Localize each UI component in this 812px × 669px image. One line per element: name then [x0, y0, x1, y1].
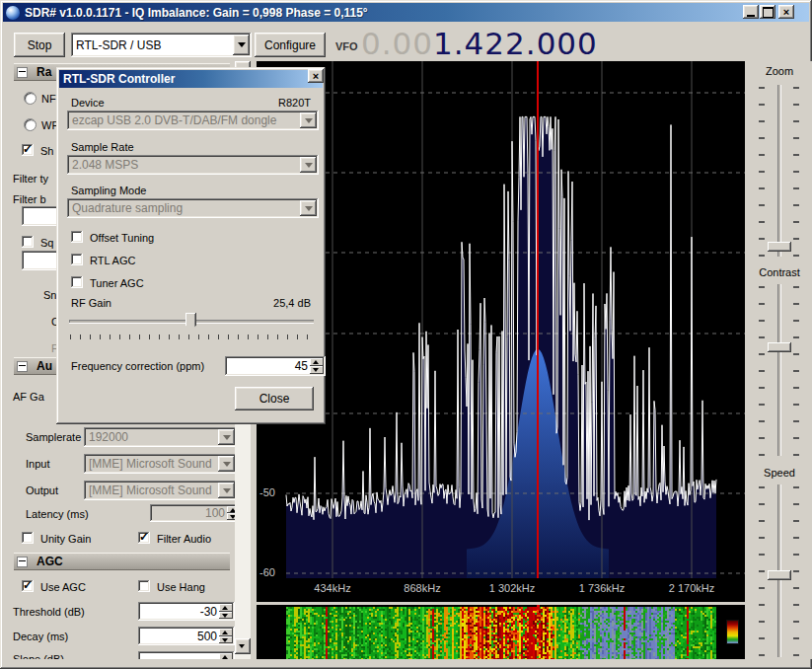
use-agc-label: Use AGC	[40, 581, 86, 593]
output-label: Output	[26, 484, 58, 496]
collapse-icon[interactable]	[17, 557, 28, 567]
threshold-stepper[interactable]: -30	[138, 602, 235, 621]
source-dropdown-arrow[interactable]	[233, 35, 250, 55]
tuner-agc-checkbox[interactable]	[71, 276, 83, 288]
vfo-frequency-display[interactable]: 0.001.422.000	[361, 26, 598, 61]
af-gain-label: AF Ga	[13, 391, 44, 403]
decay-stepper[interactable]: 500	[138, 627, 235, 645]
dialog-close-button[interactable]: ×	[308, 69, 324, 83]
x-axis-tick: 434kHz	[293, 582, 372, 594]
input-value: [MME] Microsoft Sound	[89, 457, 212, 471]
unity-gain-label: Unity Gain	[40, 533, 91, 545]
rf-gain-slider[interactable]	[185, 313, 196, 331]
x-axis-tick: 2 170kHz	[652, 582, 731, 594]
contrast-ticks	[793, 286, 799, 456]
minimize-button[interactable]	[743, 5, 759, 19]
sample-rate-value: 2.048 MSPS	[72, 158, 138, 172]
spectrum-trace	[286, 116, 716, 520]
speed-slider[interactable]	[768, 570, 791, 580]
zoom-ticks	[793, 87, 799, 257]
offset-tuning-label: Offset Tuning	[90, 232, 154, 244]
rf-gain-label: RF Gain	[71, 297, 111, 309]
dropdown-arrow	[218, 456, 235, 472]
samplerate-value: 192000	[89, 430, 128, 444]
contrast-slider[interactable]	[768, 342, 791, 352]
frequency-correction-label: Frequency correction (ppm)	[71, 360, 204, 372]
squelch-checkbox[interactable]	[22, 236, 34, 248]
configure-button[interactable]: Configure	[255, 33, 326, 57]
minimize-icon	[747, 15, 755, 17]
x-axis-tick: 868kHz	[383, 582, 462, 594]
scroll-down-button[interactable]	[235, 638, 251, 654]
filter-audio-checkbox[interactable]	[138, 532, 150, 544]
offset-tuning-checkbox[interactable]	[71, 231, 83, 243]
sample-rate-select: 2.048 MSPS	[67, 155, 319, 175]
use-hang-checkbox[interactable]	[138, 580, 150, 592]
stop-button[interactable]: Stop	[14, 33, 65, 57]
nfm-label: NF	[41, 93, 56, 105]
filter-bandwidth-label: Filter b	[13, 193, 46, 205]
filter-audio-label: Filter Audio	[157, 533, 211, 545]
zoom-slider[interactable]	[768, 242, 791, 252]
speed-ticks	[793, 486, 799, 656]
dropdown-arrow	[300, 112, 317, 128]
frequency-correction-stepper[interactable]: 45	[225, 356, 326, 376]
zoom-label: Zoom	[747, 65, 812, 77]
dropdown-arrow	[218, 429, 235, 445]
output-value: [MME] Microsoft Sound	[89, 483, 212, 497]
source-select[interactable]: RTL-SDR / USB	[71, 33, 252, 57]
waterfall-display[interactable]	[257, 605, 745, 659]
use-agc-checkbox[interactable]	[22, 580, 34, 592]
rtl-agc-checkbox[interactable]	[71, 254, 83, 265]
threshold-label: Threshold (dB)	[13, 606, 85, 618]
device-value: ezcap USB 2.0 DVB-T/DAB/FM dongle	[72, 113, 276, 127]
agc-section-label: AGC	[37, 555, 63, 568]
latency-stepper: 100	[150, 504, 243, 522]
dialog-close-action-button[interactable]: Close	[235, 387, 314, 410]
nfm-radio[interactable]	[24, 92, 37, 105]
unity-gain-checkbox[interactable]	[22, 532, 34, 544]
spinner[interactable]	[310, 358, 324, 374]
source-value: RTL-SDR / USB	[76, 38, 161, 52]
collapse-icon[interactable]	[17, 361, 28, 372]
vfo-label: VFO	[335, 40, 358, 52]
display-controls: Zoom Contrast Speed	[747, 61, 812, 659]
zoom-ticks	[759, 87, 765, 257]
audio-section-label: Au	[37, 359, 52, 373]
maximize-icon	[763, 7, 774, 18]
slope-label: Slope (dB)	[13, 653, 64, 659]
agc-section-header[interactable]: AGC	[14, 553, 230, 570]
spinner[interactable]	[219, 653, 233, 659]
app-window: SDR# v1.0.0.1171 - IQ Imbalance: Gain = …	[0, 0, 812, 669]
frequency-active-digits: 1.422.000	[433, 26, 598, 61]
shift-checkbox[interactable]	[22, 144, 34, 156]
dialog-title-bar[interactable]: RTL-SDR Controller	[59, 70, 323, 88]
input-label: Input	[26, 458, 49, 470]
dropdown-arrow	[218, 483, 235, 498]
samplerate-label: Samplerate	[26, 431, 81, 443]
zoom-slider-track[interactable]	[777, 85, 781, 257]
contrast-slider-track[interactable]	[777, 284, 781, 456]
waterfall-color-legend	[726, 620, 739, 644]
spectrum-plot	[257, 61, 745, 602]
window-title: SDR# v1.0.0.1171 - IQ Imbalance: Gain = …	[25, 6, 368, 20]
contrast-label: Contrast	[747, 266, 812, 278]
chevron-down-icon	[305, 163, 313, 168]
wfm-radio[interactable]	[24, 118, 37, 131]
title-bar[interactable]: SDR# v1.0.0.1171 - IQ Imbalance: Gain = …	[3, 3, 809, 22]
spinner[interactable]	[219, 604, 233, 619]
x-axis-tick: 1 302kHz	[473, 582, 552, 594]
y-axis-label: -50	[259, 486, 275, 498]
frequency-dim-digits: 0.00	[361, 26, 433, 61]
collapse-icon[interactable]	[17, 67, 28, 78]
chevron-down-icon	[223, 462, 231, 467]
close-button[interactable]: ×	[778, 5, 794, 19]
spinner[interactable]	[219, 629, 233, 643]
maximize-button[interactable]	[760, 5, 775, 19]
dropdown-arrow	[300, 157, 317, 173]
close-icon: ×	[313, 71, 319, 81]
spectrum-display[interactable]: -50 -60 434kHz 868kHz 1 302kHz 1 736kHz …	[257, 61, 745, 602]
latency-label: Latency (ms)	[26, 508, 89, 520]
slope-stepper[interactable]	[138, 651, 235, 659]
use-hang-label: Use Hang	[157, 581, 205, 593]
